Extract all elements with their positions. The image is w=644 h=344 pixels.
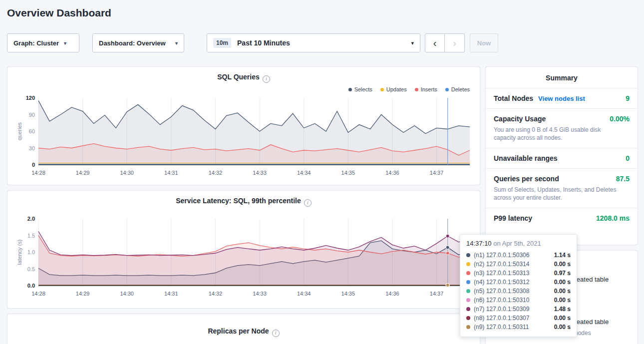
tooltip-date: on Apr 5th, 2021 [493,240,541,247]
tooltip-row: (n8) 127.0.0.1:503070.00 s [466,314,571,323]
node-value: 1.48 s [554,306,571,313]
legend-item-selects[interactable]: Selects [348,86,372,93]
tooltip-row: (n2) 127.0.0.1:503140.00 s [466,260,571,269]
tooltip-row: (n6) 127.0.0.1:503100.00 s [466,296,571,305]
time-range-badge: 10m [213,38,231,48]
info-icon[interactable]: i [263,75,270,83]
qps-label: Queries per second [494,175,559,183]
dashboard-dropdown[interactable]: Dashboard: Overview ▾ [92,33,184,52]
svg-text:14:30: 14:30 [120,291,134,297]
total-nodes-value: 9 [626,94,630,102]
series-color-dot [466,253,470,257]
node-value: 0.00 s [554,288,571,295]
sql-queries-chart-card: SQL Queriesi Selects Updates Inserts Del… [7,66,480,185]
tooltip-row: (n1) 127.0.0.1:503061.14 s [466,251,571,260]
capacity-usage-value: 0.00% [610,115,630,123]
node-label: (n7) 127.0.0.1:50309 [474,306,529,313]
legend-item-inserts[interactable]: Inserts [415,86,437,93]
sql-queries-legend: Selects Updates Inserts Deletes [15,86,470,93]
svg-text:60: 60 [29,128,35,134]
legend-item-deletes[interactable]: Deletes [445,86,470,93]
unavailable-ranges-value: 0 [626,154,630,162]
graph-dropdown-label: Graph: Cluster [13,39,59,47]
summary-row-qps: Queries per second 87.5 Sum of Selects, … [486,169,638,208]
time-range-label: Past 10 Minutes [237,39,290,47]
svg-text:14:36: 14:36 [385,170,399,176]
svg-text:14:36: 14:36 [385,291,399,297]
node-label: (n3) 127.0.0.1:50313 [474,270,529,277]
qps-description: Sum of Selects, Updates, Inserts, and De… [494,186,620,202]
info-icon[interactable]: i [304,199,312,207]
node-value: 0.00 s [554,297,571,304]
svg-text:14:34: 14:34 [297,291,311,297]
svg-text:14:30: 14:30 [120,170,134,176]
dashboard-dropdown-label: Dashboard: Overview [99,39,166,47]
svg-text:14:32: 14:32 [209,291,223,297]
svg-text:30: 30 [29,145,35,151]
svg-text:90: 90 [29,112,35,118]
chevron-down-icon: ▾ [175,40,178,46]
node-label: (n4) 127.0.0.1:50312 [474,279,529,286]
svg-text:0: 0 [32,162,35,168]
replicas-per-node-chart-card: Replicas per Nodei [7,314,480,344]
svg-text:2.0: 2.0 [27,216,35,222]
node-value: 0.00 s [554,324,571,331]
summary-row-total-nodes: Total Nodes View nodes list 9 [486,88,638,109]
svg-text:queries: queries [16,122,22,140]
time-forward-button[interactable]: › [445,33,465,52]
series-color-dot [348,88,352,91]
service-latency-plot[interactable]: 14:2814:2914:3014:3114:3214:3314:3414:35… [15,215,472,302]
svg-text:14:28: 14:28 [31,170,45,176]
series-color-dot [466,325,470,329]
summary-panel: Summary Total Nodes View nodes list 9 Ca… [485,66,638,245]
graph-dropdown[interactable]: Graph: Cluster ▾ [7,33,79,52]
view-nodes-list-link[interactable]: View nodes list [538,95,585,102]
series-color-dot [466,316,470,320]
svg-text:14:33: 14:33 [253,170,267,176]
chevron-down-icon: ▾ [411,40,414,46]
series-color-dot [466,307,470,311]
service-latency-chart-title-row: Service Latency: SQL, 99th percentilei [15,197,472,207]
series-color-dot [415,88,418,91]
legend-label: Inserts [421,86,437,92]
tooltip-row: (n7) 127.0.0.1:503091.48 s [466,305,571,314]
svg-text:14:37: 14:37 [430,291,444,297]
series-color-dot [466,298,470,302]
summary-row-p99-latency: P99 latency 1208.0 ms [486,208,638,228]
svg-text:14:31: 14:31 [164,170,178,176]
time-range-dropdown[interactable]: 10m Past 10 Minutes ▾ [207,33,420,52]
svg-text:120: 120 [26,95,35,101]
capacity-usage-label: Capacity Usage [494,115,546,123]
svg-text:1.0: 1.0 [27,249,35,255]
page-title: Overview Dashboard [7,7,111,19]
info-icon[interactable]: i [272,330,280,337]
svg-text:14:35: 14:35 [341,170,355,176]
replicas-chart-title-row: Replicas per Nodei [15,327,472,337]
qps-value: 87.5 [616,175,630,183]
p99-latency-value: 1208.0 ms [596,214,630,222]
summary-row-unavailable-ranges: Unavailable ranges 0 [486,148,638,169]
series-color-dot [466,289,470,293]
svg-text:14:29: 14:29 [76,291,90,297]
legend-item-updates[interactable]: Updates [380,86,407,93]
now-button[interactable]: Now [470,33,498,52]
summary-heading: Summary [486,67,638,88]
legend-label: Updates [386,86,407,92]
sql-queries-plot[interactable]: 14:2814:2914:3014:3114:3214:3314:3414:35… [15,94,472,181]
svg-text:14:32: 14:32 [209,170,223,176]
chart-title: SQL Queries [217,73,260,81]
node-label: (n8) 127.0.0.1:50307 [474,315,529,322]
time-back-button[interactable]: ‹ [425,33,445,52]
node-value: 0.97 s [554,270,571,277]
total-nodes-label: Total Nodes [494,94,533,102]
svg-text:14:29: 14:29 [76,170,90,176]
unavailable-ranges-label: Unavailable ranges [494,154,558,162]
series-color-dot [466,280,470,284]
svg-text:14:31: 14:31 [164,291,178,297]
tooltip-time: 14:37:10 [466,240,492,247]
p99-latency-label: P99 latency [494,214,532,222]
node-label: (n2) 127.0.0.1:50314 [474,261,529,268]
legend-label: Selects [354,86,372,92]
sql-queries-chart-title-row: SQL Queriesi [15,73,472,83]
svg-text:14:34: 14:34 [297,170,311,176]
